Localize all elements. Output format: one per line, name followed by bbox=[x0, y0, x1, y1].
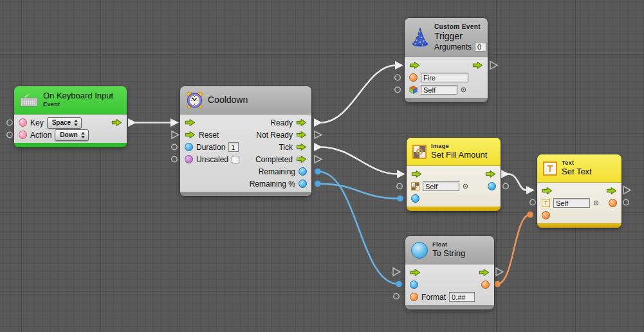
node-body: Ready Reset Not Ready Duration Tick Unsc… bbox=[180, 115, 311, 192]
alarm-clock-icon bbox=[186, 91, 203, 109]
gameobject-cube-icon[interactable] bbox=[409, 86, 418, 94]
wire-remainingpct-to-image[interactable] bbox=[315, 181, 403, 202]
action-dropdown[interactable]: Down bbox=[55, 129, 88, 141]
node-body bbox=[405, 57, 488, 98]
duration-field[interactable] bbox=[228, 142, 239, 152]
node-image-set-fill-amount[interactable]: Image Set Fill Amount bbox=[407, 138, 501, 211]
completed-port[interactable] bbox=[296, 155, 307, 163]
exit-port[interactable] bbox=[606, 187, 617, 195]
target-picker-icon[interactable] bbox=[593, 200, 599, 206]
event-name-field[interactable] bbox=[421, 73, 468, 82]
enter-port[interactable] bbox=[185, 118, 196, 127]
text-target-port[interactable]: T bbox=[542, 199, 550, 207]
enter-port[interactable] bbox=[410, 268, 421, 277]
target-field[interactable] bbox=[423, 181, 459, 191]
unscaled-checkbox[interactable] bbox=[232, 156, 239, 163]
remaining-port[interactable] bbox=[299, 167, 307, 176]
exit-port[interactable] bbox=[485, 170, 496, 178]
duration-port[interactable] bbox=[185, 143, 193, 151]
node-footer bbox=[14, 143, 127, 147]
node-title: Trigger bbox=[434, 31, 486, 41]
node-float-to-string[interactable]: Float To String Format bbox=[405, 236, 494, 309]
node-subtitle: Event bbox=[43, 101, 113, 108]
output-value-port[interactable] bbox=[488, 182, 496, 190]
not-ready-port[interactable] bbox=[296, 131, 307, 139]
node-on-keyboard-input[interactable]: On Keyboard Input Event Key Space Action… bbox=[14, 86, 127, 147]
enter-port[interactable] bbox=[411, 170, 422, 178]
node-subtitle: Image bbox=[431, 143, 487, 150]
format-port[interactable] bbox=[410, 293, 418, 301]
target-picker-icon[interactable] bbox=[463, 183, 468, 189]
updown-icon bbox=[81, 132, 85, 138]
wire-tostring-to-text[interactable] bbox=[494, 212, 533, 288]
remaining-pct-label: Remaining % bbox=[250, 180, 295, 189]
updown-icon bbox=[74, 120, 78, 126]
arguments-label: Arguments bbox=[434, 42, 472, 51]
exit-port[interactable] bbox=[479, 268, 490, 277]
node-header[interactable]: On Keyboard Input Event bbox=[14, 86, 127, 115]
key-port[interactable] bbox=[19, 118, 27, 127]
ready-port[interactable] bbox=[296, 118, 307, 127]
node-title: To String bbox=[432, 249, 465, 259]
tick-port[interactable] bbox=[296, 143, 307, 151]
action-port[interactable] bbox=[19, 131, 27, 139]
wire-keyboard-to-cooldown[interactable] bbox=[128, 118, 179, 127]
node-title: On Keyboard Input bbox=[43, 91, 113, 101]
event-name-port[interactable] bbox=[409, 73, 418, 82]
node-cooldown[interactable]: Cooldown Ready Reset Not Ready Duration … bbox=[180, 86, 311, 196]
string-output-port[interactable] bbox=[481, 281, 490, 289]
key-dropdown[interactable]: Space bbox=[47, 117, 82, 129]
node-header[interactable]: Float To String bbox=[405, 236, 494, 264]
node-title: Cooldown bbox=[208, 95, 248, 105]
node-subtitle: Float bbox=[432, 241, 465, 248]
node-body: Format bbox=[405, 264, 494, 305]
text-icon: T bbox=[543, 161, 557, 176]
wire-remaining-to-tostring[interactable] bbox=[315, 169, 402, 288]
reset-port[interactable] bbox=[185, 131, 196, 139]
node-header[interactable]: Cooldown bbox=[180, 86, 311, 115]
node-text-set-text[interactable]: T Text Set Text T bbox=[537, 154, 621, 228]
enter-port[interactable] bbox=[409, 61, 420, 69]
target-field[interactable] bbox=[553, 198, 590, 208]
node-body bbox=[407, 166, 501, 207]
node-footer bbox=[537, 223, 621, 228]
reset-label: Reset bbox=[199, 131, 219, 140]
fill-amount-port[interactable] bbox=[411, 194, 419, 203]
remaining-label: Remaining bbox=[259, 167, 295, 176]
duration-label: Duration bbox=[196, 143, 225, 152]
node-body: Key Space Action Down bbox=[14, 115, 127, 143]
trigger-out-port[interactable] bbox=[111, 118, 122, 127]
remaining-pct-port[interactable] bbox=[299, 180, 307, 188]
exit-port[interactable] bbox=[472, 61, 483, 69]
target-picker-icon[interactable] bbox=[461, 87, 466, 93]
wire-image-to-text[interactable] bbox=[501, 170, 535, 194]
action-label: Action bbox=[30, 131, 51, 140]
output-value-port[interactable] bbox=[609, 199, 617, 207]
target-field[interactable] bbox=[421, 85, 457, 95]
text-value-port[interactable] bbox=[542, 211, 550, 219]
graph-canvas[interactable]: { "colors": { "background": "#595959", "… bbox=[0, 0, 644, 332]
image-target-port[interactable] bbox=[411, 182, 419, 190]
node-title: Set Fill Amount bbox=[431, 151, 487, 160]
keyboard-icon bbox=[20, 93, 39, 107]
node-footer bbox=[405, 305, 494, 309]
tick-label: Tick bbox=[279, 143, 293, 152]
node-header[interactable]: Image Set Fill Amount bbox=[407, 138, 501, 166]
completed-label: Completed bbox=[255, 155, 293, 164]
unscaled-port[interactable] bbox=[185, 155, 193, 163]
node-custom-event-trigger[interactable]: Custom Event Trigger Arguments bbox=[405, 18, 488, 102]
node-header[interactable]: Custom Event Trigger Arguments bbox=[405, 18, 488, 57]
node-title: Set Text bbox=[562, 167, 592, 177]
node-footer bbox=[407, 207, 501, 211]
node-footer bbox=[180, 192, 311, 196]
enter-port[interactable] bbox=[542, 187, 553, 195]
float-icon bbox=[411, 242, 428, 259]
format-field[interactable] bbox=[449, 292, 475, 302]
wire-tick-to-image[interactable] bbox=[314, 143, 405, 178]
wire-ready-to-customevent[interactable] bbox=[314, 61, 403, 127]
arguments-field[interactable] bbox=[475, 42, 486, 51]
ready-label: Ready bbox=[270, 118, 293, 127]
node-header[interactable]: T Text Set Text bbox=[537, 154, 621, 183]
node-subtitle: Custom Event bbox=[434, 23, 486, 32]
float-input-port[interactable] bbox=[410, 281, 418, 289]
